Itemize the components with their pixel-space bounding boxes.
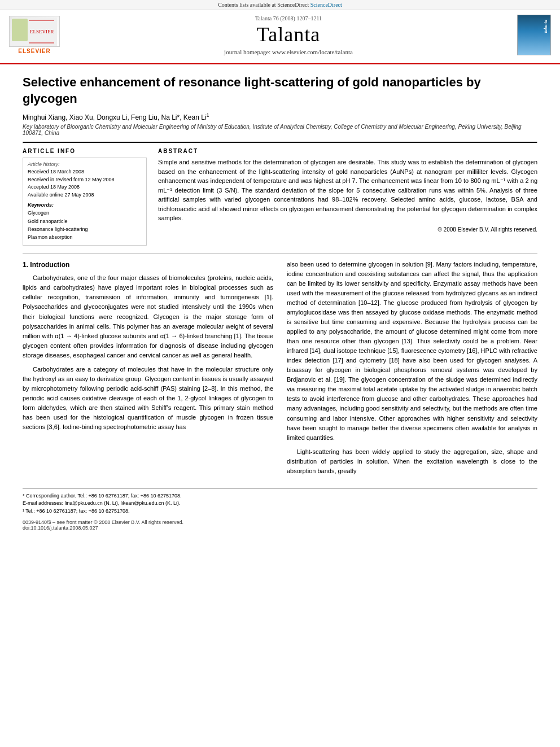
- section-divider: [23, 254, 537, 254]
- contents-label: Contents lists available at ScienceDirec…: [218, 2, 309, 8]
- received-date: Received 18 March 2008: [28, 168, 142, 176]
- keyword-1: Glycogen: [28, 209, 142, 217]
- article-info-header: ARTICLE INFO: [23, 148, 147, 154]
- journal-ref: Talanta 76 (2008) 1207–1211: [60, 15, 517, 21]
- article-container: Selective enhancement of resonance light…: [0, 64, 560, 541]
- keywords-label: Keywords:: [28, 202, 142, 208]
- sciencedirect-link[interactable]: ScienceDirect: [310, 2, 342, 8]
- svg-text:ELSEVIER: ELSEVIER: [30, 29, 54, 34]
- thick-divider: [23, 142, 537, 143]
- elsevier-logo-image: ELSEVIER: [9, 16, 60, 47]
- thumb-label: talanta: [543, 20, 548, 33]
- footnote-1: ¹ Tel.: +86 10 62761187; fax: +86 10 627…: [23, 508, 537, 516]
- doi-line: doi:10.1016/j.talanta.2008.05.027: [23, 525, 537, 531]
- abstract-header: ABSTRACT: [158, 148, 537, 154]
- issn-line: 0039-9140/$ – see front matter © 2008 El…: [23, 519, 537, 525]
- affiliation: Key laboratory of Bioorganic Chemistry a…: [23, 124, 537, 136]
- author-sup: 1: [207, 112, 209, 118]
- article-dates: Received 18 March 2008 Received in revis…: [28, 168, 142, 199]
- keyword-3: Resonance light-scattering: [28, 225, 142, 233]
- keyword-4: Plasmon absorption: [28, 233, 142, 241]
- authors: Minghui Xiang, Xiao Xu, Dongxu Li, Feng …: [23, 112, 537, 121]
- article-info-column: ARTICLE INFO Article history: Received 1…: [23, 148, 147, 246]
- elsevier-logo: ELSEVIER ELSEVIER: [9, 16, 60, 54]
- accepted-date: Accepted 18 May 2008: [28, 184, 142, 191]
- section-number: 1.: [23, 261, 28, 269]
- journal-name: Talanta: [60, 23, 517, 46]
- keyword-2: Gold nanoparticle: [28, 217, 142, 225]
- footer-notes: * Corresponding author. Tel.: +86 10 627…: [23, 488, 537, 516]
- abstract-copyright: © 2008 Elsevier B.V. All rights reserved…: [158, 226, 537, 233]
- online-date: Available online 27 May 2008: [28, 191, 142, 199]
- svg-rect-1: [14, 20, 27, 41]
- journal-header: Contents lists available at ScienceDirec…: [0, 0, 560, 64]
- right-paragraph-2: Light-scattering has been widely applied…: [287, 447, 537, 476]
- keywords-section: Keywords: Glycogen Gold nanoparticle Res…: [28, 202, 142, 242]
- author-names: Minghui Xiang, Xiao Xu, Dongxu Li, Feng …: [23, 113, 209, 121]
- svg-point-2: [17, 23, 24, 34]
- keywords-list: Glycogen Gold nanoparticle Resonance lig…: [28, 209, 142, 242]
- info-abstract-section: ARTICLE INFO Article history: Received 1…: [23, 148, 537, 246]
- elsevier-text: ELSEVIER: [18, 48, 50, 54]
- journal-thumbnail: talanta: [517, 15, 551, 55]
- body-section: 1. Introduction Carbohydrates, one of th…: [23, 260, 537, 480]
- revised-date: Received in revised form 12 May 2008: [28, 176, 142, 184]
- journal-homepage: journal homepage: www.elsevier.com/locat…: [60, 49, 517, 55]
- top-bar: Contents lists available at ScienceDirec…: [0, 0, 560, 10]
- history-label: Article history:: [28, 161, 142, 167]
- abstract-column: ABSTRACT Simple and sensitive methods fo…: [158, 148, 537, 246]
- intro-section-title: 1. Introduction: [23, 260, 273, 270]
- right-paragraph-1: also been used to determine glycogen in …: [287, 260, 537, 443]
- left-body-column: 1. Introduction Carbohydrates, one of th…: [23, 260, 273, 480]
- email-note: E-mail addresses: lina@pku.edu.cn (N. Li…: [23, 500, 537, 508]
- right-body-column: also been used to determine glycogen in …: [287, 260, 537, 480]
- journal-title-center: Talanta 76 (2008) 1207–1211 Talanta jour…: [60, 15, 517, 55]
- intro-paragraph-1: Carbohydrates, one of the four major cla…: [23, 273, 273, 360]
- article-title: Selective enhancement of resonance light…: [23, 75, 537, 107]
- intro-paragraph-2: Carbohydrates are a category of molecule…: [23, 365, 273, 432]
- corresponding-note: * Corresponding author. Tel.: +86 10 627…: [23, 492, 537, 500]
- section-label: Introduction: [30, 261, 69, 269]
- footer-bottom: 0039-9140/$ – see front matter © 2008 El…: [23, 519, 537, 531]
- abstract-text: Simple and sensitive methods for the det…: [158, 158, 537, 223]
- article-info-box: Article history: Received 18 March 2008 …: [23, 158, 147, 246]
- journal-banner: ELSEVIER ELSEVIER Talanta 76 (2008) 1207…: [0, 10, 560, 60]
